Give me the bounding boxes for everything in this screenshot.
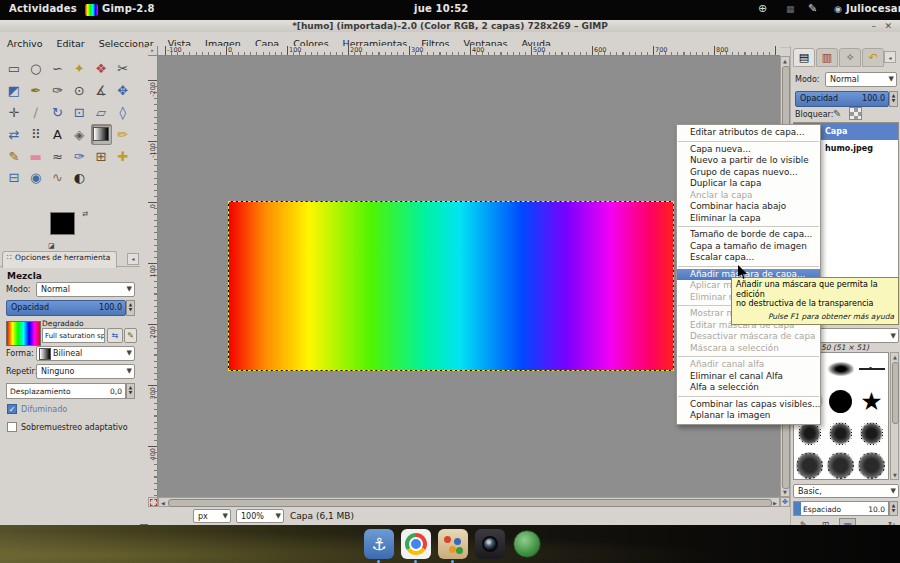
clock[interactable]: jue 10:52 <box>414 3 468 14</box>
brush-thin-line[interactable] <box>856 353 887 385</box>
menu-item-grupo-de-capas-nuevo[interactable]: Grupo de capas nuevo... <box>677 167 820 179</box>
brush-solid-circle[interactable] <box>825 385 856 417</box>
tool-shear[interactable]: ▱ <box>91 102 112 123</box>
app-menu-button[interactable]: Gimp-2.8 <box>102 3 155 14</box>
tab-layers[interactable]: ▤ <box>793 48 815 67</box>
dock-icon-chrome[interactable] <box>401 529 431 559</box>
tool-crop[interactable]: ∕ <box>25 102 46 123</box>
brush-star[interactable]: ★ <box>856 385 887 417</box>
unit-select[interactable]: px▼ <box>193 509 231 523</box>
tool-foreground-select[interactable]: ◩ <box>3 80 24 101</box>
mode-select[interactable]: Normal▼ <box>36 282 135 297</box>
tool-text[interactable]: A <box>47 124 68 145</box>
fg-bg-color-swatch[interactable]: ⇄ ◪ <box>50 212 86 248</box>
spacing-field[interactable]: Espaciado 10.0 <box>793 501 889 516</box>
tool-paths[interactable]: ✒ <box>25 80 46 101</box>
tool-rotate[interactable]: ↻ <box>47 102 68 123</box>
navigation-button[interactable]: ✥ <box>780 497 790 507</box>
layer-opacity-spinner[interactable]: ▲▼ <box>889 91 898 107</box>
swap-colors-icon[interactable]: ⇄ <box>82 210 88 218</box>
opacity-slider[interactable]: Opacidad 100.0 <box>6 300 126 316</box>
dock-icon-camera[interactable] <box>475 529 505 559</box>
dock-icon-anchor[interactable]: ⚓ <box>364 529 394 559</box>
spacing-spinner[interactable]: ▲▼ <box>889 501 898 516</box>
dither-checkbox[interactable]: ✓ <box>7 404 17 414</box>
quick-mask-toggle[interactable] <box>148 497 158 507</box>
tool-ink[interactable]: ✑ <box>69 146 90 167</box>
input-pen-icon[interactable]: ✎ <box>808 2 817 15</box>
offset-field[interactable]: Desplazamiento 0,0 <box>6 383 126 399</box>
layer-mode-select[interactable]: Normal▼ <box>825 72 897 87</box>
brush-fuzzy-ellipse[interactable] <box>825 353 856 385</box>
menu-item-capa-a-tamano-de-imagen[interactable]: Capa a tamaño de imagen <box>677 241 820 253</box>
minimize-button[interactable]: – <box>872 20 877 32</box>
opacity-spinner[interactable]: ▲▼ <box>126 300 135 316</box>
activities-button[interactable]: Actividades <box>9 3 77 14</box>
offset-spinner[interactable]: ▲▼ <box>126 383 135 399</box>
tool-blend[interactable] <box>91 124 112 145</box>
scroll-right-icon[interactable]: ▶ <box>771 499 779 507</box>
tab-tool-options[interactable]: ∷Opciones de herramienta <box>2 251 117 268</box>
menu-item-eliminar-el-canal-alfa[interactable]: Eliminar el canal Alfa <box>677 371 820 383</box>
tool-zoom[interactable]: ⊙ <box>69 80 90 101</box>
scroll-down-icon[interactable]: ▼ <box>781 488 789 496</box>
tool-align[interactable]: ✛ <box>3 102 24 123</box>
shape-select[interactable]: Bilineal▼ <box>36 346 135 361</box>
canvas-image[interactable] <box>228 201 674 371</box>
menu-item-editar-atributos-de-capa[interactable]: Editar atributos de capa... <box>677 127 820 139</box>
tool-smudge[interactable]: ∿ <box>47 167 68 188</box>
tool-blur-sharpen[interactable]: ◉ <box>25 167 46 188</box>
tool-rectangle-select[interactable]: ▭ <box>3 58 24 79</box>
brush-texture[interactable] <box>856 449 887 481</box>
menu-item-aplanar-la-imagen[interactable]: Aplanar la imagen <box>677 410 820 422</box>
menu-item-nuevo-a-partir-de-lo-visible[interactable]: Nuevo a partir de lo visible <box>677 155 820 167</box>
tool-airbrush[interactable]: ≈ <box>47 146 68 167</box>
menu-item-combinar-las-capas-visibles[interactable]: Combinar las capas visibles... <box>677 399 820 411</box>
tool-flip[interactable]: ⇄ <box>3 124 24 145</box>
foreground-color[interactable] <box>50 212 75 235</box>
menu-item-alfa-a-seleccion[interactable]: Alfa a selección <box>677 382 820 394</box>
vertical-ruler[interactable]: -200-1000100200300400 <box>148 56 158 497</box>
menu-item-duplicar-la-capa[interactable]: Duplicar la capa <box>677 178 820 190</box>
gradient-name-field[interactable]: Full saturation spe <box>42 328 105 343</box>
tool-measure[interactable]: ∡ <box>91 80 112 101</box>
horizontal-ruler[interactable]: -1000100200300400500600700800 <box>158 46 780 56</box>
menu-item-combinar-hacia-abajo[interactable]: Combinar hacia abajo <box>677 201 820 213</box>
tool-scissors-select[interactable]: ✂ <box>112 58 133 79</box>
supersample-checkbox[interactable] <box>7 422 17 432</box>
tab-undo-history[interactable]: ↶ <box>862 48 884 67</box>
tool-perspective-clone[interactable]: ⊟ <box>3 167 24 188</box>
tab-paths[interactable]: ✧ <box>839 48 861 67</box>
lock-pixels-icon[interactable]: ✎ <box>833 108 841 119</box>
reverse-gradient-button[interactable]: ⇆ <box>107 328 123 343</box>
tool-eraser[interactable]: ▬ <box>25 146 46 167</box>
ruler-corner-button[interactable]: ▸ <box>148 46 158 56</box>
tool-dodge-burn[interactable]: ◐ <box>69 167 90 188</box>
tool-clone[interactable]: ⊞ <box>91 146 112 167</box>
scroll-down-icon[interactable]: ▼ <box>891 471 899 479</box>
brush-texture[interactable] <box>825 449 856 481</box>
brush-texture[interactable] <box>794 449 825 481</box>
accessibility-icon[interactable]: ⊕ <box>758 2 767 15</box>
dock-icon-gimp-paint[interactable] <box>438 529 468 559</box>
brush-chalk[interactable] <box>825 417 856 449</box>
tool-select-by-color[interactable]: ❖ <box>91 58 112 79</box>
panel-menu-button[interactable]: ◂ <box>127 253 139 265</box>
brush-scrollbar[interactable]: ▲ ▼ <box>890 352 899 480</box>
horizontal-scrollbar[interactable]: ◀ ▶ <box>158 497 780 507</box>
scroll-up-icon[interactable]: ▲ <box>781 57 789 65</box>
scroll-up-icon[interactable]: ▲ <box>891 353 899 361</box>
keyboard-indicator-icon[interactable]: ▦ <box>786 4 795 14</box>
tool-ellipse-select[interactable]: ○ <box>25 58 46 79</box>
layer-opacity-slider[interactable]: Opacidad 100.0 <box>795 91 889 107</box>
horizontal-scroll-thumb[interactable] <box>168 499 772 507</box>
menu-item-tamano-de-borde-de-capa[interactable]: Tamaño de borde de capa... <box>677 229 820 241</box>
tool-fuzzy-select[interactable]: ✦ <box>69 58 90 79</box>
tab-channels[interactable]: ▥ <box>816 48 838 67</box>
menu-item-escalar-capa[interactable]: Escalar capa... <box>677 252 820 264</box>
brush-chalk[interactable] <box>856 417 887 449</box>
edit-gradient-button[interactable]: ✎ <box>124 328 137 343</box>
menu-item-capa-nueva[interactable]: Capa nueva... <box>677 144 820 156</box>
brush-category-select[interactable]: Basic,▼ <box>793 484 899 498</box>
lock-alpha-icon[interactable] <box>849 107 862 120</box>
